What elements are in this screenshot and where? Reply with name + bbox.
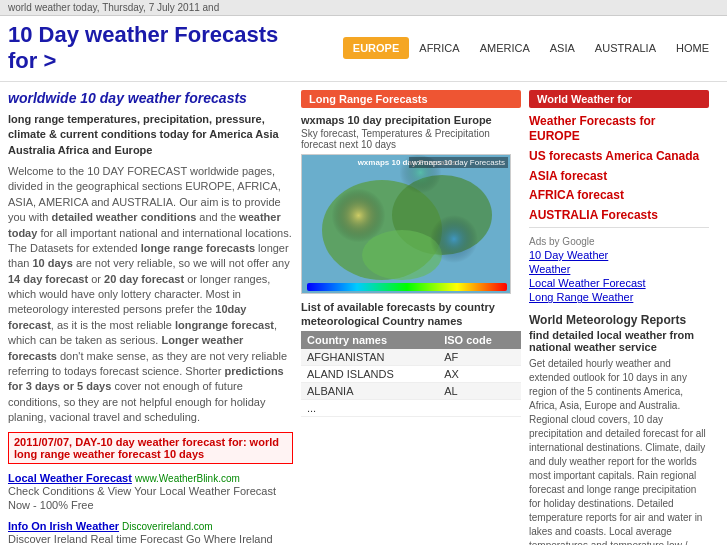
iso-code: AL [438, 383, 521, 400]
world-met-sub: find detailed local weather from nationa… [529, 329, 709, 353]
page-title: 10 Day weather Forecasts for > [8, 16, 343, 81]
google-ad-1[interactable]: Weather [529, 263, 709, 275]
ad-url-1: Discoverireland.com [122, 521, 213, 532]
top-bar: world weather today, Thursday, 7 July 20… [0, 0, 727, 16]
right-link-europe[interactable]: Weather Forecasts for EUROPE [529, 114, 709, 145]
nav-africa[interactable]: AFRICA [409, 36, 469, 60]
ads-google-label: Ads by Google [529, 236, 709, 247]
country-name: ALBANIA [301, 383, 438, 400]
iso-code: AX [438, 366, 521, 383]
table-row[interactable]: AFGHANISTANAF [301, 349, 521, 366]
ad-title-1[interactable]: Info On Irish Weather [8, 520, 119, 532]
intro-text: long range temperatures, precipitation, … [8, 112, 293, 158]
ad-url-0: www.WeatherBlink.com [135, 473, 240, 484]
top-bar-text: world weather today, Thursday, 7 July 20… [8, 2, 219, 13]
left-column: worldwide 10 day weather forecasts long … [8, 90, 293, 545]
country-name: ... [301, 400, 438, 417]
table-row[interactable]: ... [301, 400, 521, 417]
ad-desc-0: Check Conditions & View Your Local Weath… [8, 484, 293, 513]
main-layout: worldwide 10 day weather forecasts long … [0, 82, 727, 545]
long-range-header: Long Range Forecasts [301, 90, 521, 108]
section-title: worldwide 10 day weather forecasts [8, 90, 293, 106]
svg-text:wxmaps 10 day Forecasts: wxmaps 10 day Forecasts [357, 158, 457, 167]
col-iso: ISO code [438, 331, 521, 349]
world-met-title: World Meteorology Reports [529, 313, 709, 327]
right-link-america[interactable]: US forecasts America Canada [529, 149, 709, 165]
iso-code [438, 400, 521, 417]
nav-australia[interactable]: AUSTRALIA [585, 36, 666, 60]
nav-asia[interactable]: ASIA [540, 36, 585, 60]
google-ad-0[interactable]: 10 Day Weather [529, 249, 709, 261]
svg-rect-7 [307, 283, 507, 291]
map-subtitle: Sky forecast, Temperatures & Precipitati… [301, 128, 521, 150]
nav-europe[interactable]: EUROPE [343, 37, 409, 59]
col-country: Country names [301, 331, 438, 349]
welcome-text: Welcome to the 10 DAY FORECAST worldwide… [8, 164, 293, 426]
nav-links: EUROPE AFRICA AMERICA ASIA AUSTRALIA HOM… [343, 36, 719, 60]
country-name: ALAND ISLANDS [301, 366, 438, 383]
nav-america[interactable]: AMERICA [470, 36, 540, 60]
country-table-title: List of available forecasts by country m… [301, 300, 521, 329]
world-met-header: World Weather for [529, 90, 709, 108]
ad-title-0[interactable]: Local Weather Forecast [8, 472, 132, 484]
weather-map: wxmaps 10 day Forecasts [301, 154, 511, 294]
ad-item: Local Weather Forecast www.WeatherBlink.… [8, 472, 293, 513]
right-column: World Weather for Weather Forecasts for … [529, 90, 709, 545]
table-header-row: Country names ISO code [301, 331, 521, 349]
divider [529, 227, 709, 228]
site-title: 10 Day weather Forecasts for > [8, 16, 343, 81]
iso-code: AF [438, 349, 521, 366]
world-met-desc: Get detailed hourly weather and extended… [529, 357, 709, 545]
google-ad-3[interactable]: Long Range Weather [529, 291, 709, 303]
right-link-africa[interactable]: AFRICA forecast [529, 188, 709, 204]
table-row[interactable]: ALAND ISLANDSAX [301, 366, 521, 383]
ad-section: Local Weather Forecast www.WeatherBlink.… [8, 472, 293, 545]
map-title: wxmaps 10 day precipitation Europe [301, 114, 521, 126]
nav-home[interactable]: HOME [666, 36, 719, 60]
world-met-section: World Meteorology Reports find detailed … [529, 313, 709, 545]
country-name: AFGHANISTAN [301, 349, 438, 366]
ad-item: Info On Irish Weather Discoverireland.co… [8, 520, 293, 545]
country-table: Country names ISO code AFGHANISTANAFALAN… [301, 331, 521, 417]
table-row[interactable]: ALBANIAAL [301, 383, 521, 400]
middle-column: Long Range Forecasts wxmaps 10 day preci… [301, 90, 521, 545]
nav: 10 Day weather Forecasts for > EUROPE AF… [0, 16, 727, 82]
right-link-australia[interactable]: AUSTRALIA Forecasts [529, 208, 709, 224]
ad-desc-1: Discover Ireland Real time Forecast Go W… [8, 532, 293, 545]
right-link-asia[interactable]: ASIA forecast [529, 169, 709, 185]
google-ad-2[interactable]: Local Weather Forecast [529, 277, 709, 289]
highlight-bar: 2011/07/07, DAY-10 day weather forecast … [8, 432, 293, 464]
